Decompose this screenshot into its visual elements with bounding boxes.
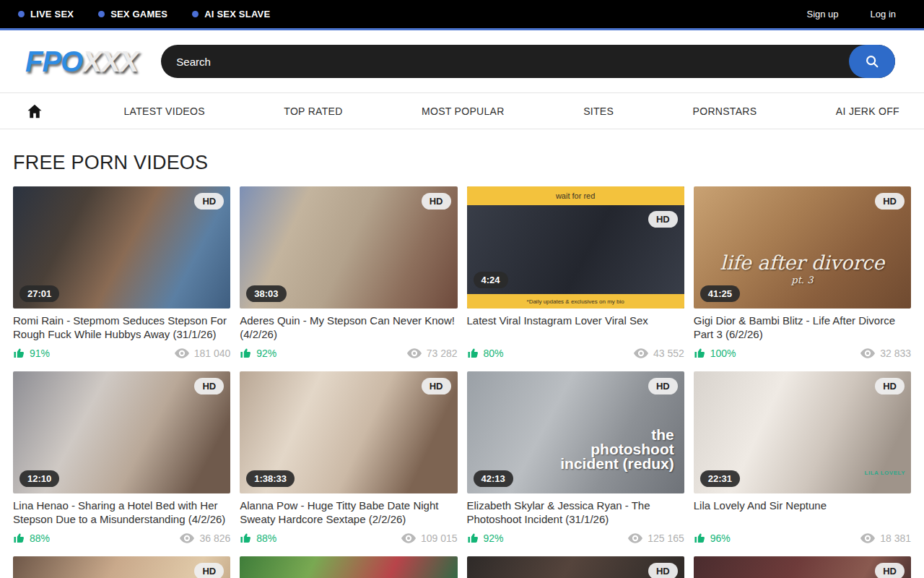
video-card[interactable]: HD 27:01 Romi Rain - Stepmom Seduces Ste… xyxy=(13,186,230,362)
topbar-link-ai-sex-slave[interactable]: AI SEX SLAVE xyxy=(192,9,270,20)
video-thumbnail[interactable]: HD xyxy=(467,556,684,578)
thumbnail-watermark: LILA LOVELY xyxy=(865,470,905,476)
login-link[interactable]: Log in xyxy=(871,9,896,20)
thumbs-up-icon xyxy=(13,347,25,359)
video-title[interactable]: Lina Henao - Sharing a Hotel Bed with He… xyxy=(13,499,230,527)
video-card[interactable]: life after divorce pt. 3 HD 41:25 Gigi D… xyxy=(694,186,911,362)
logo-part-2: XXX xyxy=(82,46,138,77)
like-percentage: 92% xyxy=(484,532,504,544)
likes: 91% xyxy=(13,347,50,359)
like-percentage: 92% xyxy=(256,348,276,359)
video-thumbnail[interactable]: LILA LOVELY HD 22:31 xyxy=(694,371,911,493)
duration-badge: 38:03 xyxy=(246,285,286,302)
video-stats: 88% 109 015 xyxy=(240,532,457,547)
duration-badge: 22:31 xyxy=(700,470,740,487)
page-title: FREE PORN VIDEOS xyxy=(13,152,911,174)
video-title[interactable]: Latest Viral Instagram Lover Viral Sex xyxy=(467,314,684,342)
nav-item-most-popular[interactable]: MOST POPULAR xyxy=(414,94,512,129)
video-stats: 96% 18 381 xyxy=(694,532,911,547)
video-title[interactable]: Romi Rain - Stepmom Seduces Stepson For … xyxy=(13,314,230,342)
video-thumbnail[interactable]: HD 12:10 xyxy=(13,371,230,493)
thumbs-up-icon xyxy=(694,347,706,359)
nav-item-top-rated[interactable]: TOP RATED xyxy=(276,94,349,129)
video-thumbnail[interactable]: HD 27:01 xyxy=(13,186,230,309)
video-stats: 100% 32 833 xyxy=(694,347,911,362)
nav-item-latest-videos[interactable]: LATEST VIDEOS xyxy=(116,94,212,129)
hd-badge: HD xyxy=(422,193,451,210)
duration-badge: 12:10 xyxy=(19,470,59,487)
video-thumbnail[interactable]: HD xyxy=(13,556,230,578)
likes: 80% xyxy=(467,347,504,359)
video-card[interactable]: HD 12:10 Lina Henao - Sharing a Hotel Be… xyxy=(13,371,230,547)
views: 109 015 xyxy=(401,532,458,544)
thumbs-up-icon xyxy=(467,347,479,359)
thumbs-up-icon xyxy=(467,532,479,544)
hd-badge: HD xyxy=(194,193,224,210)
video-card[interactable]: HD 1:38:33 Alanna Pow - Huge Titty Babe … xyxy=(240,371,457,547)
hd-badge: HD xyxy=(422,378,451,394)
header: FPOXXX xyxy=(0,30,924,92)
view-count: 36 826 xyxy=(199,532,230,544)
thumbnail-overlay-bottom: *Daily updates & exclusives on my bio xyxy=(467,294,684,309)
bullet-icon xyxy=(98,11,105,17)
topbar-link-sex-games[interactable]: SEX GAMES xyxy=(98,9,167,20)
video-card[interactable]: HD xyxy=(694,556,911,578)
view-count: 32 833 xyxy=(880,348,911,359)
video-thumbnail[interactable] xyxy=(240,556,457,578)
topbar-link-label: SEX GAMES xyxy=(110,9,167,20)
site-logo[interactable]: FPOXXX xyxy=(25,46,138,78)
eye-icon xyxy=(175,348,189,358)
video-title[interactable]: Lila Lovely And Sir Neptune xyxy=(694,499,911,527)
duration-badge: 41:25 xyxy=(700,285,740,302)
topbar-link-live-sex[interactable]: LIVE SEX xyxy=(18,9,74,20)
video-card[interactable]: the photoshoot incident (redux) HD 42:13… xyxy=(467,371,684,547)
hd-badge: HD xyxy=(648,378,678,394)
video-thumbnail[interactable]: the photoshoot incident (redux) HD 42:13 xyxy=(467,371,684,493)
video-card[interactable]: HD xyxy=(13,556,230,578)
search-button[interactable] xyxy=(849,45,895,78)
eye-icon xyxy=(860,348,875,358)
nav-home-button[interactable] xyxy=(17,103,52,120)
duration-badge: 42:13 xyxy=(474,470,513,487)
video-card[interactable]: HD 38:03 Aderes Quin - My Stepson Can Ne… xyxy=(240,186,457,362)
view-count: 181 040 xyxy=(194,348,231,359)
video-title[interactable]: Gigi Dior & Bambi Blitz - Life After Div… xyxy=(694,314,911,342)
nav-item-ai-jerk-off[interactable]: AI JERK OFF xyxy=(829,94,907,129)
video-thumbnail[interactable]: HD 38:03 xyxy=(240,186,457,309)
eye-icon xyxy=(180,533,194,543)
video-card[interactable] xyxy=(240,556,457,578)
video-thumbnail[interactable]: life after divorce pt. 3 HD 41:25 xyxy=(694,186,911,309)
topbar-link-label: LIVE SEX xyxy=(30,9,74,20)
nav-item-pornstars[interactable]: PORNSTARS xyxy=(686,94,764,129)
search-input[interactable] xyxy=(161,45,895,78)
eye-icon xyxy=(860,533,875,543)
views: 181 040 xyxy=(175,348,231,359)
like-percentage: 96% xyxy=(710,532,731,544)
video-title[interactable]: Alanna Pow - Huge Titty Babe Date Night … xyxy=(240,499,457,527)
hd-badge: HD xyxy=(875,378,905,394)
search-bar xyxy=(161,45,895,78)
nav-item-sites[interactable]: SITES xyxy=(576,94,621,129)
video-thumbnail[interactable]: wait for red *Daily updates & exclusives… xyxy=(467,186,684,309)
video-card[interactable]: HD xyxy=(467,556,684,578)
hd-badge: HD xyxy=(648,211,678,228)
like-percentage: 88% xyxy=(256,532,276,544)
video-thumbnail[interactable]: HD 1:38:33 xyxy=(240,371,457,493)
view-count: 73 282 xyxy=(427,348,458,359)
bullet-icon xyxy=(192,11,199,17)
home-icon xyxy=(26,103,43,120)
signup-link[interactable]: Sign up xyxy=(806,9,838,20)
likes: 92% xyxy=(240,347,276,359)
video-card[interactable]: wait for red *Daily updates & exclusives… xyxy=(467,186,684,362)
eye-icon xyxy=(634,348,648,358)
main-nav: LATEST VIDEOS TOP RATED MOST POPULAR SIT… xyxy=(0,92,924,129)
video-title[interactable]: Aderes Quin - My Stepson Can Never Know!… xyxy=(240,314,457,342)
duration-badge: 1:38:33 xyxy=(246,470,295,487)
video-card[interactable]: LILA LOVELY HD 22:31 Lila Lovely And Sir… xyxy=(694,371,911,547)
duration-badge: 27:01 xyxy=(19,285,59,302)
video-stats: 88% 36 826 xyxy=(13,532,230,547)
video-title[interactable]: Elizabeth Skylar & Jessica Ryan - The Ph… xyxy=(467,499,684,527)
video-thumbnail[interactable]: HD xyxy=(694,556,911,578)
hd-badge: HD xyxy=(875,193,905,210)
like-percentage: 80% xyxy=(484,348,504,359)
